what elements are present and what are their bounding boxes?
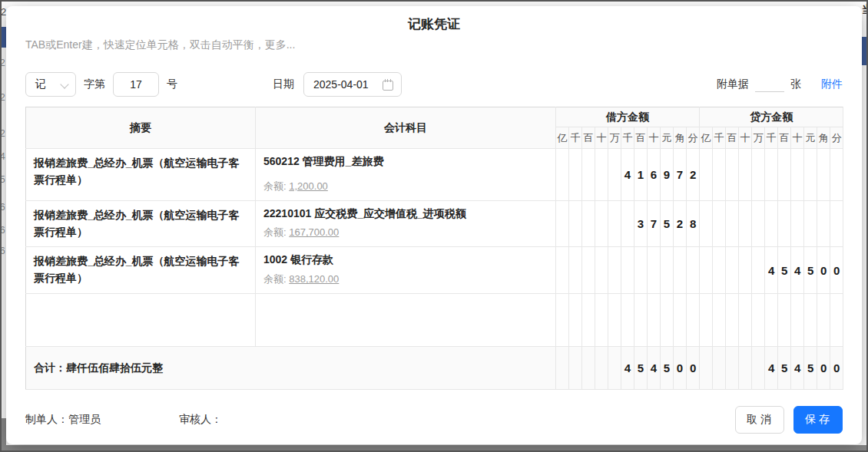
debit-digit-cell[interactable]: [634, 247, 648, 294]
credit-digit-cell[interactable]: [791, 201, 804, 247]
credit-digit-cell[interactable]: [765, 294, 778, 347]
debit-digit-cell[interactable]: [621, 294, 634, 347]
summary-cell[interactable]: 报销差旅费_总经办_机票（航空运输电子客票行程单）: [26, 201, 256, 247]
credit-digit-cell[interactable]: [830, 294, 843, 347]
credit-digit-cell[interactable]: [726, 201, 739, 247]
credit-digit-cell[interactable]: 4: [791, 247, 804, 294]
credit-digit-cell[interactable]: [739, 294, 752, 347]
debit-digit-cell[interactable]: [608, 201, 621, 247]
save-button[interactable]: 保存: [793, 406, 843, 434]
debit-digit-cell[interactable]: 4: [621, 149, 634, 201]
credit-digit-cell[interactable]: [765, 201, 778, 247]
debit-digit-cell[interactable]: [569, 247, 582, 294]
credit-digit-cell[interactable]: 4: [765, 247, 778, 294]
voucher-number-input[interactable]: [113, 72, 159, 97]
debit-digit-cell[interactable]: [608, 149, 621, 201]
debit-digit-cell[interactable]: [556, 201, 569, 247]
credit-digit-cell[interactable]: [804, 294, 817, 347]
credit-digit-cell[interactable]: [700, 149, 713, 201]
debit-digit-cell[interactable]: 2: [674, 201, 687, 247]
debit-digit-cell[interactable]: [595, 201, 608, 247]
debit-digit-cell[interactable]: [648, 294, 661, 347]
debit-digit-cell[interactable]: [582, 149, 595, 201]
attachment-link[interactable]: 附件: [821, 78, 843, 91]
debit-digit-cell[interactable]: [595, 149, 608, 201]
credit-digit-cell[interactable]: [752, 294, 765, 347]
credit-digit-cell[interactable]: [817, 149, 830, 201]
debit-digit-cell[interactable]: [569, 149, 582, 201]
credit-digit-cell[interactable]: [726, 247, 739, 294]
debit-digit-cell[interactable]: [608, 294, 621, 347]
debit-digit-cell[interactable]: [661, 294, 674, 347]
debit-digit-cell[interactable]: [621, 247, 634, 294]
credit-digit-cell[interactable]: [778, 149, 791, 201]
date-picker[interactable]: 2025-04-01: [303, 72, 402, 97]
attachment-count-input[interactable]: [755, 77, 784, 92]
debit-digit-cell[interactable]: 2: [687, 149, 700, 201]
account-cell[interactable]: 22210101 应交税费_应交增值税_进项税额余额: 167,700.00: [256, 201, 556, 247]
credit-digit-cell[interactable]: [830, 201, 843, 247]
balance-amount[interactable]: 838,120.00: [289, 273, 339, 285]
credit-digit-cell[interactable]: [739, 201, 752, 247]
credit-digit-cell[interactable]: [713, 201, 726, 247]
credit-digit-cell[interactable]: [739, 247, 752, 294]
credit-digit-cell[interactable]: [791, 149, 804, 201]
credit-digit-cell[interactable]: [752, 201, 765, 247]
credit-digit-cell[interactable]: [713, 247, 726, 294]
debit-digit-cell[interactable]: [556, 294, 569, 347]
credit-digit-cell[interactable]: [804, 149, 817, 201]
credit-digit-cell[interactable]: [791, 294, 804, 347]
credit-digit-cell[interactable]: [765, 149, 778, 201]
debit-digit-cell[interactable]: [569, 201, 582, 247]
credit-digit-cell[interactable]: 5: [778, 247, 791, 294]
credit-digit-cell[interactable]: [726, 149, 739, 201]
debit-digit-cell[interactable]: 1: [634, 149, 648, 201]
credit-digit-cell[interactable]: [752, 247, 765, 294]
debit-digit-cell[interactable]: [595, 247, 608, 294]
credit-digit-cell[interactable]: [817, 201, 830, 247]
summary-cell[interactable]: [26, 294, 256, 347]
credit-digit-cell[interactable]: 0: [830, 247, 843, 294]
debit-digit-cell[interactable]: [648, 247, 661, 294]
credit-digit-cell[interactable]: [778, 294, 791, 347]
debit-digit-cell[interactable]: [556, 149, 569, 201]
debit-digit-cell[interactable]: [595, 294, 608, 347]
debit-digit-cell[interactable]: 7: [674, 149, 687, 201]
credit-digit-cell[interactable]: [830, 149, 843, 201]
voucher-word-select[interactable]: 记: [25, 72, 76, 97]
credit-digit-cell[interactable]: [752, 149, 765, 201]
account-cell[interactable]: [256, 294, 556, 347]
credit-digit-cell[interactable]: [804, 201, 817, 247]
debit-digit-cell[interactable]: 3: [634, 201, 648, 247]
credit-digit-cell[interactable]: [739, 149, 752, 201]
debit-digit-cell[interactable]: [608, 247, 621, 294]
debit-digit-cell[interactable]: [634, 294, 648, 347]
account-cell[interactable]: 560212 管理费用_差旅费余额: 1,200.00: [256, 149, 556, 201]
credit-digit-cell[interactable]: [700, 247, 713, 294]
debit-digit-cell[interactable]: [621, 201, 634, 247]
debit-digit-cell[interactable]: [687, 247, 700, 294]
debit-digit-cell[interactable]: [661, 247, 674, 294]
credit-digit-cell[interactable]: [726, 294, 739, 347]
credit-digit-cell[interactable]: 0: [817, 247, 830, 294]
debit-digit-cell[interactable]: 6: [648, 149, 661, 201]
credit-digit-cell[interactable]: [713, 149, 726, 201]
debit-digit-cell[interactable]: [569, 294, 582, 347]
debit-digit-cell[interactable]: [582, 247, 595, 294]
debit-digit-cell[interactable]: [674, 294, 687, 347]
debit-digit-cell[interactable]: 7: [648, 201, 661, 247]
debit-digit-cell[interactable]: 9: [661, 149, 674, 201]
debit-digit-cell[interactable]: [674, 247, 687, 294]
debit-digit-cell[interactable]: 8: [687, 201, 700, 247]
debit-digit-cell[interactable]: [582, 201, 595, 247]
debit-digit-cell[interactable]: 5: [661, 201, 674, 247]
credit-digit-cell[interactable]: [817, 294, 830, 347]
account-cell[interactable]: 1002 银行存款余额: 838,120.00: [256, 247, 556, 294]
credit-digit-cell[interactable]: [713, 294, 726, 347]
credit-digit-cell[interactable]: 5: [804, 247, 817, 294]
cancel-button[interactable]: 取消: [735, 406, 784, 434]
balance-amount[interactable]: 1,200.00: [289, 180, 328, 192]
credit-digit-cell[interactable]: [778, 201, 791, 247]
credit-digit-cell[interactable]: [700, 201, 713, 247]
credit-digit-cell[interactable]: [700, 294, 713, 347]
